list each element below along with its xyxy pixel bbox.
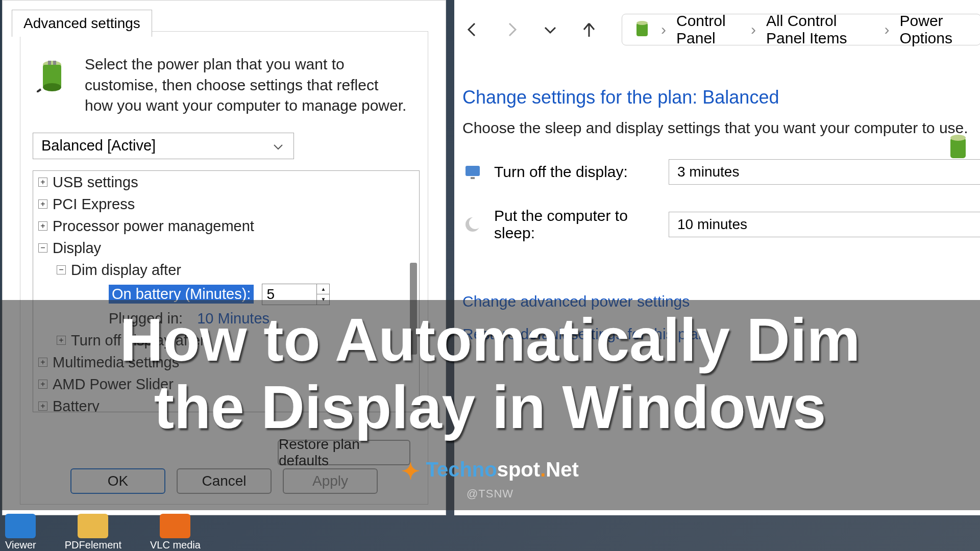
svg-point-12 xyxy=(469,217,481,229)
desktop-icon-pdfelement[interactable]: PDFelement xyxy=(65,514,121,551)
tree-processor-power[interactable]: Processor power management xyxy=(53,218,254,235)
nav-recent-icon[interactable] xyxy=(538,17,562,42)
moon-icon xyxy=(462,214,483,235)
crumb-all-items[interactable]: All Control Panel Items xyxy=(766,12,874,47)
desktop-icons: Viewer PDFelement VLC media xyxy=(0,515,201,551)
collapse-icon[interactable]: − xyxy=(38,243,47,253)
battery-icon xyxy=(945,131,971,163)
svg-rect-3 xyxy=(48,61,51,65)
spinner-up-icon[interactable]: ▲ xyxy=(317,284,329,294)
expand-icon[interactable]: + xyxy=(38,221,47,231)
page-title: Change settings for the plan: Balanced xyxy=(462,87,980,108)
brand-spot: spot xyxy=(497,458,540,481)
chevron-right-icon: › xyxy=(661,21,666,38)
spark-icon: ✦ xyxy=(401,459,420,484)
crumb-power-options[interactable]: Power Options xyxy=(900,12,969,47)
crumb-control-panel[interactable]: Control Panel xyxy=(676,12,741,47)
desktop-icon-viewer[interactable]: Viewer xyxy=(5,514,36,551)
svg-rect-10 xyxy=(471,177,475,179)
tree-dim-display-after[interactable]: Dim display after xyxy=(71,262,181,279)
overlay-title-line2: the Display in Windows xyxy=(0,373,980,441)
battery-icon xyxy=(633,18,651,42)
page-subtitle: Choose the sleep and display settings th… xyxy=(462,119,980,137)
chevron-right-icon: › xyxy=(885,21,890,38)
chevron-down-icon xyxy=(271,137,285,154)
nav-back-icon[interactable] xyxy=(460,17,485,42)
desktop-icon-vlc[interactable]: VLC media xyxy=(150,514,201,551)
turn-off-display-label: Turn off the display: xyxy=(494,163,657,181)
svg-point-2 xyxy=(43,83,61,91)
power-plan-selected: Balanced [Active] xyxy=(41,137,156,154)
brand-dot: . xyxy=(540,458,546,481)
tree-pci-express[interactable]: PCI Express xyxy=(53,196,135,213)
tree-usb-settings[interactable]: USB settings xyxy=(53,174,138,191)
turn-off-display-dropdown[interactable]: 3 minutes xyxy=(669,159,980,185)
svg-point-8 xyxy=(950,135,966,141)
expand-icon[interactable]: + xyxy=(38,199,47,209)
overlay-title: How to Automatically Dim the Display in … xyxy=(0,306,980,441)
collapse-icon[interactable]: − xyxy=(57,265,66,274)
brand-net: Net xyxy=(546,458,578,481)
nav-forward-icon[interactable] xyxy=(499,17,524,42)
nav-up-icon[interactable] xyxy=(577,17,601,42)
breadcrumb[interactable]: › Control Panel › All Control Panel Item… xyxy=(622,14,980,45)
svg-rect-4 xyxy=(53,61,56,65)
tab-advanced-settings[interactable]: Advanced settings xyxy=(12,10,152,37)
sleep-dropdown[interactable]: 10 minutes xyxy=(669,212,980,237)
overlay-title-line1: How to Automatically Dim xyxy=(0,306,980,373)
nav-toolbar: › Control Panel › All Control Panel Item… xyxy=(454,11,980,48)
display-icon xyxy=(462,162,483,182)
brand-handle: @TSNW xyxy=(0,487,980,500)
tree-display[interactable]: Display xyxy=(53,240,101,257)
expand-icon[interactable]: + xyxy=(38,178,47,187)
svg-rect-9 xyxy=(465,166,480,176)
brand-logo: ✦ Technospot.Net @TSNW xyxy=(0,458,980,500)
power-plan-dropdown[interactable]: Balanced [Active] xyxy=(33,133,294,159)
intro-text: Select the power plan that you want to c… xyxy=(85,54,407,116)
battery-icon xyxy=(32,54,72,95)
sleep-label: Put the computer to sleep: xyxy=(494,207,657,242)
chevron-right-icon: › xyxy=(751,21,756,38)
svg-point-6 xyxy=(636,21,648,25)
brand-techno: Techno xyxy=(426,458,497,481)
